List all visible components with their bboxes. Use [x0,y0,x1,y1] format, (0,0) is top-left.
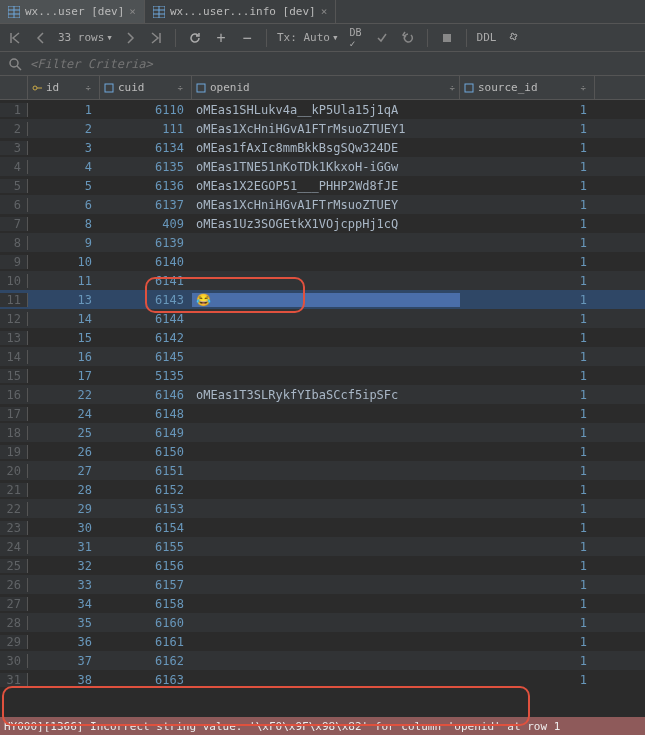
add-row-icon[interactable]: + [212,29,230,47]
cell-cuid[interactable]: 6156 [100,559,192,573]
cell-id[interactable]: 8 [28,217,100,231]
cell-source-id[interactable]: 1 [460,293,595,307]
cell-id[interactable]: 2 [28,122,100,136]
cell-id[interactable]: 4 [28,160,100,174]
cell-id[interactable]: 9 [28,236,100,250]
cell-cuid[interactable]: 6148 [100,407,192,421]
cell-source-id[interactable]: 1 [460,217,595,231]
cell-source-id[interactable]: 1 [460,369,595,383]
table-row[interactable]: 131561421 [0,328,645,347]
cell-cuid[interactable]: 6140 [100,255,192,269]
cell-id[interactable]: 3 [28,141,100,155]
cell-cuid[interactable]: 6160 [100,616,192,630]
cell-cuid[interactable]: 6146 [100,388,192,402]
cell-source-id[interactable]: 1 [460,483,595,497]
cell-id[interactable]: 14 [28,312,100,326]
sort-icon[interactable]: ÷ [178,83,183,93]
cell-cuid[interactable]: 6157 [100,578,192,592]
cell-openid[interactable]: oMEas1X2EGOP51___PHHP2Wd8fJE [192,179,460,193]
data-grid[interactable]: 116110oMEas1SHLukv4a__kP5Ula15j1qA122111… [0,100,645,717]
tab-wx-user-info[interactable]: wx...user...info [dev] × [145,0,336,23]
table-row[interactable]: 192661501 [0,442,645,461]
cell-source-id[interactable]: 1 [460,160,595,174]
cell-openid[interactable]: oMEas1fAxIc8mmBkkBsgSQw324DE [192,141,460,155]
tab-wx-user[interactable]: wx...user [dev] × [0,0,145,23]
sort-icon[interactable]: ÷ [581,83,586,93]
table-row[interactable]: 141661451 [0,347,645,366]
cell-cuid[interactable]: 6151 [100,464,192,478]
cell-id[interactable]: 33 [28,578,100,592]
cell-source-id[interactable]: 1 [460,445,595,459]
cell-cuid[interactable]: 6163 [100,673,192,687]
cell-id[interactable]: 38 [28,673,100,687]
cell-source-id[interactable]: 1 [460,559,595,573]
settings-icon[interactable] [504,29,522,47]
cell-id[interactable]: 25 [28,426,100,440]
table-row[interactable]: 222961531 [0,499,645,518]
close-icon[interactable]: × [129,5,136,18]
cell-cuid[interactable]: 6139 [100,236,192,250]
cell-source-id[interactable]: 1 [460,122,595,136]
column-header-openid[interactable]: openid ÷ [192,76,460,99]
table-row[interactable]: 8961391 [0,233,645,252]
table-row[interactable]: 78409oMEas1Uz3SOGEtkX1VOjcppHj1cQ1 [0,214,645,233]
cell-cuid[interactable]: 6135 [100,160,192,174]
cell-source-id[interactable]: 1 [460,103,595,117]
cell-source-id[interactable]: 1 [460,673,595,687]
table-row[interactable]: 22111oMEas1XcHniHGvA1FTrMsuoZTUEY11 [0,119,645,138]
table-row[interactable]: 446135oMEas1TNE51nKoTDk1KkxoH-iGGw1 [0,157,645,176]
table-row[interactable]: 233061541 [0,518,645,537]
next-page-icon[interactable] [121,29,139,47]
table-row[interactable]: 253261561 [0,556,645,575]
table-row[interactable]: 273461581 [0,594,645,613]
cell-cuid[interactable]: 111 [100,122,192,136]
cell-source-id[interactable]: 1 [460,464,595,478]
table-row[interactable]: 202761511 [0,461,645,480]
cell-id[interactable]: 13 [28,293,100,307]
cell-source-id[interactable]: 1 [460,597,595,611]
table-row[interactable]: 16226146oMEas1T3SLRykfYIbaSCcf5ipSFc1 [0,385,645,404]
table-row[interactable]: 666137oMEas1XcHniHGvA1FTrMsuoZTUEY1 [0,195,645,214]
cell-source-id[interactable]: 1 [460,274,595,288]
cell-openid[interactable]: oMEas1TNE51nKoTDk1KkxoH-iGGw [192,160,460,174]
cell-id[interactable]: 27 [28,464,100,478]
table-row[interactable]: 283561601 [0,613,645,632]
cell-id[interactable]: 29 [28,502,100,516]
cell-id[interactable]: 26 [28,445,100,459]
table-row[interactable]: 293661611 [0,632,645,651]
cell-id[interactable]: 22 [28,388,100,402]
cell-id[interactable]: 34 [28,597,100,611]
cell-cuid[interactable]: 6110 [100,103,192,117]
table-row[interactable]: 172461481 [0,404,645,423]
last-page-icon[interactable] [147,29,165,47]
cell-id[interactable]: 35 [28,616,100,630]
cell-source-id[interactable]: 1 [460,407,595,421]
filter-input[interactable] [30,57,639,71]
cell-source-id[interactable]: 1 [460,502,595,516]
cell-openid[interactable]: oMEas1SHLukv4a__kP5Ula15j1qA [192,103,460,117]
rows-count-dropdown[interactable]: 33 rows ▾ [58,31,113,44]
tx-mode-dropdown[interactable]: Tx: Auto ▾ [277,31,339,44]
cell-id[interactable]: 24 [28,407,100,421]
search-icon[interactable] [6,55,24,73]
cell-source-id[interactable]: 1 [460,654,595,668]
table-row[interactable]: 11136143😂1 [0,290,645,309]
cell-id[interactable]: 1 [28,103,100,117]
cell-source-id[interactable]: 1 [460,426,595,440]
cell-cuid[interactable]: 6137 [100,198,192,212]
cell-source-id[interactable]: 1 [460,141,595,155]
cell-cuid[interactable]: 6144 [100,312,192,326]
cell-id[interactable]: 30 [28,521,100,535]
table-row[interactable]: 556136oMEas1X2EGOP51___PHHP2Wd8fJE1 [0,176,645,195]
close-icon[interactable]: × [321,5,328,18]
table-row[interactable]: 303761621 [0,651,645,670]
cell-source-id[interactable]: 1 [460,578,595,592]
sort-icon[interactable]: ÷ [86,83,91,93]
cell-cuid[interactable]: 6153 [100,502,192,516]
cell-id[interactable]: 31 [28,540,100,554]
cell-cuid[interactable]: 409 [100,217,192,231]
submit-icon[interactable] [373,29,391,47]
cell-id[interactable]: 32 [28,559,100,573]
cell-cuid[interactable]: 5135 [100,369,192,383]
cell-cuid[interactable]: 6141 [100,274,192,288]
